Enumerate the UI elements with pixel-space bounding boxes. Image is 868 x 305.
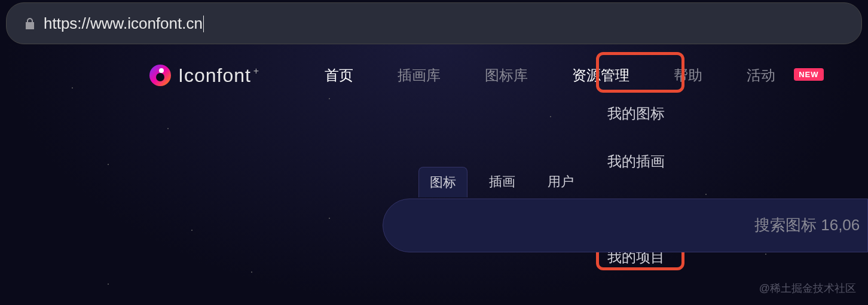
new-badge: NEW <box>794 68 823 81</box>
dropdown-my-icons[interactable]: 我的图标 <box>607 104 665 123</box>
dropdown-my-illustrations[interactable]: 我的插画 <box>607 152 665 171</box>
logo-plus: + <box>253 66 259 77</box>
nav-resources[interactable]: 资源管理 <box>557 61 644 90</box>
nav-home[interactable]: 首页 <box>310 61 368 90</box>
search-tab-icon[interactable]: 图标 <box>418 167 467 197</box>
watermark: @稀土掘金技术社区 <box>759 281 856 295</box>
nav-activity[interactable]: 活动 <box>732 61 790 90</box>
nav-illustrations[interactable]: 插画库 <box>383 61 456 90</box>
browser-address-bar[interactable]: https://www.iconfont.cn <box>6 2 862 44</box>
top-navigation: Iconfont + 首页 插画库 图标库 资源管理 帮助 活动 NEW <box>0 44 868 90</box>
url-text: https://www.iconfont.cn <box>44 14 203 33</box>
nav-help[interactable]: 帮助 <box>659 61 717 90</box>
search-tab-user[interactable]: 用户 <box>537 167 585 197</box>
logo-icon <box>149 65 171 86</box>
search-placeholder: 搜索图标 16,06 <box>754 215 860 236</box>
nav-icons[interactable]: 图标库 <box>470 61 543 90</box>
search-tabs: 图标 插画 用户 <box>418 167 585 197</box>
logo-text: Iconfont <box>178 65 251 87</box>
search-tab-illustration[interactable]: 插画 <box>478 167 526 197</box>
lock-icon <box>25 17 35 29</box>
logo[interactable]: Iconfont + <box>149 65 259 87</box>
main-content: Iconfont + 首页 插画库 图标库 资源管理 帮助 活动 NEW 我的图… <box>0 44 868 305</box>
